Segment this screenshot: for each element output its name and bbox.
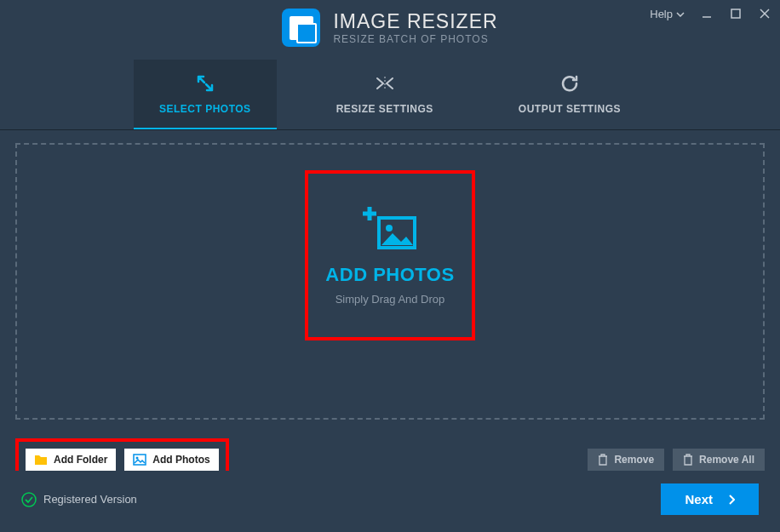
button-label: Next xyxy=(685,492,713,506)
registration-status: Registered Version xyxy=(21,492,137,507)
svg-point-11 xyxy=(22,493,36,506)
tab-label: SELECT PHOTOS xyxy=(159,103,251,115)
photo-icon xyxy=(133,454,146,466)
svg-rect-1 xyxy=(731,9,740,18)
titlebar: IMAGE RESIZER RESIZE BATCH OF PHOTOS Hel… xyxy=(0,0,780,60)
tab-label: OUTPUT SETTINGS xyxy=(519,103,621,115)
footer: Registered Version Next xyxy=(0,471,780,532)
status-label: Registered Version xyxy=(43,493,137,506)
close-icon xyxy=(760,9,770,19)
dropzone-subtitle: Simply Drag And Drop xyxy=(336,293,445,306)
chevron-down-icon xyxy=(676,12,685,17)
trash-icon xyxy=(683,454,693,466)
help-button[interactable]: Help xyxy=(650,8,685,20)
remove-button[interactable]: Remove xyxy=(588,449,664,471)
dropzone-title: ADD PHOTOS xyxy=(325,264,454,286)
minimize-button[interactable] xyxy=(700,7,714,21)
refresh-icon xyxy=(559,72,580,94)
tab-output-settings[interactable]: OUTPUT SETTINGS xyxy=(493,60,646,129)
button-label: Add Photos xyxy=(152,454,209,466)
trash-icon xyxy=(598,454,608,466)
minimize-icon xyxy=(702,9,712,19)
add-folder-button[interactable]: Add Folder xyxy=(26,449,116,471)
svg-rect-9 xyxy=(134,455,146,465)
tab-label: RESIZE SETTINGS xyxy=(336,103,433,115)
add-photos-button[interactable]: Add Photos xyxy=(124,449,218,471)
window-controls: Help xyxy=(650,7,771,21)
dropzone[interactable]: ADD PHOTOS Simply Drag And Drop xyxy=(15,143,765,420)
button-label: Add Folder xyxy=(54,454,107,466)
tab-resize-settings[interactable]: RESIZE SETTINGS xyxy=(311,60,459,129)
add-image-icon xyxy=(360,206,420,257)
remove-all-button[interactable]: Remove All xyxy=(673,449,765,471)
svg-point-8 xyxy=(386,225,393,232)
help-label: Help xyxy=(650,8,673,20)
check-circle-icon xyxy=(21,492,37,507)
app-subtitle: RESIZE BATCH OF PHOTOS xyxy=(333,33,497,45)
next-button[interactable]: Next xyxy=(661,483,759,515)
add-photos-dropbox[interactable]: ADD PHOTOS Simply Drag And Drop xyxy=(305,170,475,340)
chevron-right-icon xyxy=(728,495,735,505)
close-button[interactable] xyxy=(758,7,771,21)
expand-arrows-icon xyxy=(195,72,215,94)
button-label: Remove xyxy=(614,454,654,466)
app-title: IMAGE RESIZER xyxy=(333,10,497,33)
app-logo-icon xyxy=(282,9,320,47)
tab-select-photos[interactable]: SELECT PHOTOS xyxy=(134,60,277,129)
resize-icon xyxy=(375,72,395,94)
folder-icon xyxy=(34,454,48,466)
maximize-button[interactable] xyxy=(729,7,743,21)
maximize-icon xyxy=(731,9,741,19)
app-title-group: IMAGE RESIZER RESIZE BATCH OF PHOTOS xyxy=(282,9,497,47)
tab-bar: SELECT PHOTOS RESIZE SETTINGS OUTPUT SET… xyxy=(0,60,780,130)
button-label: Remove All xyxy=(699,454,754,466)
